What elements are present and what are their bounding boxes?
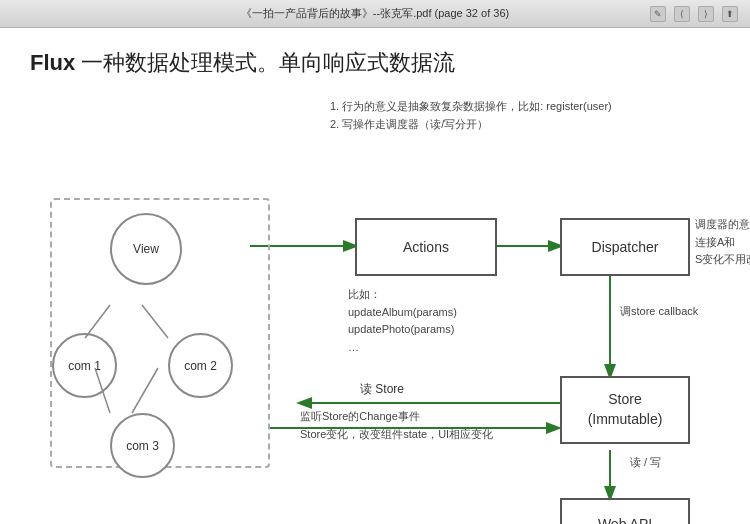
dispatcher-note: 调度器的意义 连接A和 S变化不用改A <box>695 216 750 269</box>
titlebar-title: 《一拍一产品背后的故事》--张克军.pdf (page 32 of 36) <box>241 6 509 21</box>
top-annotation: 1. 行为的意义是抽象致复杂数据操作，比如: register(user) 2.… <box>330 98 650 133</box>
nav-back-icon[interactable]: ⟨ <box>674 6 690 22</box>
content-area: Flux 一种数据处理模式。单向响应式数据流 <box>0 28 750 524</box>
page-title-rest: 一种数据处理模式。单向响应式数据流 <box>75 50 455 75</box>
com3-circle: com 3 <box>110 413 175 478</box>
titlebar-controls: ✎ ⟨ ⟩ ⬆ <box>650 6 738 22</box>
dispatcher-callback: 调store callback <box>620 303 698 321</box>
page-title: Flux 一种数据处理模式。单向响应式数据流 <box>30 48 720 78</box>
actions-example: 比如： updateAlbum(params) updatePhoto(para… <box>348 286 457 356</box>
share-icon[interactable]: ⬆ <box>722 6 738 22</box>
dispatcher-box: Dispatcher <box>560 218 690 276</box>
edit-icon[interactable]: ✎ <box>650 6 666 22</box>
webapi-box: Web API <box>560 498 690 524</box>
store-box: Store (Immutable) <box>560 376 690 444</box>
read-store-label: 读 Store <box>360 380 404 398</box>
store-rw-label: 读 / 写 <box>630 454 661 472</box>
com1-circle: com 1 <box>52 333 117 398</box>
com2-circle: com 2 <box>168 333 233 398</box>
diagram: 1. 行为的意义是抽象致复杂数据操作，比如: register(user) 2.… <box>30 98 720 518</box>
store-change-label: 监听Store的Change事件 Store变化，改变组件state，UI相应变… <box>300 408 560 443</box>
actions-box: Actions <box>355 218 497 276</box>
nav-forward-icon[interactable]: ⟩ <box>698 6 714 22</box>
page-title-flux: Flux <box>30 50 75 75</box>
titlebar: 《一拍一产品背后的故事》--张克军.pdf (page 32 of 36) ✎ … <box>0 0 750 28</box>
view-circle: View <box>110 213 182 285</box>
